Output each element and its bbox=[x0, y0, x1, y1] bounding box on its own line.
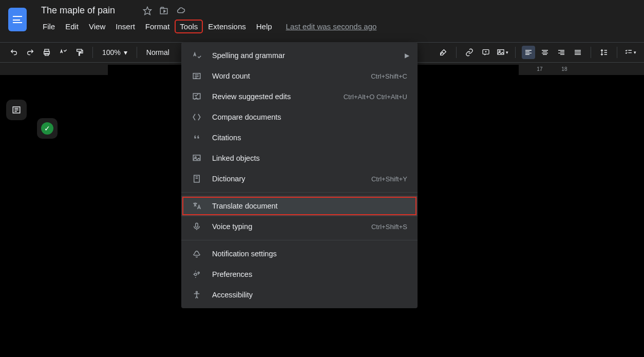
zoom-select[interactable]: 100%▾ bbox=[99, 48, 130, 57]
align-left-button[interactable] bbox=[522, 46, 535, 59]
wordcount-icon bbox=[192, 71, 202, 81]
spellcheck-button[interactable] bbox=[56, 46, 70, 59]
cloud-status-icon[interactable] bbox=[176, 6, 186, 15]
document-title-input[interactable] bbox=[38, 3, 141, 18]
review-icon bbox=[192, 91, 202, 102]
star-icon[interactable] bbox=[143, 6, 152, 15]
menu-separator bbox=[181, 240, 418, 240]
menu-preferences[interactable]: Preferences bbox=[181, 264, 418, 285]
menu-separator bbox=[181, 192, 418, 193]
svg-rect-4 bbox=[77, 49, 82, 51]
paint-format-button[interactable] bbox=[73, 46, 86, 59]
translate-icon bbox=[192, 201, 202, 211]
compare-icon bbox=[192, 112, 202, 122]
align-center-button[interactable] bbox=[538, 46, 552, 59]
menu-translate-document[interactable]: Translate document bbox=[181, 196, 418, 216]
svg-point-16 bbox=[198, 272, 199, 274]
submenu-arrow-icon: ▶ bbox=[405, 52, 409, 59]
undo-button[interactable] bbox=[7, 46, 21, 59]
svg-rect-14 bbox=[196, 223, 198, 227]
style-select[interactable]: Normal bbox=[143, 48, 173, 57]
menu-extensions[interactable]: Extensions bbox=[203, 20, 250, 33]
menu-compare-documents[interactable]: Compare documents bbox=[181, 107, 418, 127]
linked-icon bbox=[192, 153, 202, 163]
dictionary-icon bbox=[192, 174, 202, 184]
menu-view[interactable]: View bbox=[84, 20, 110, 33]
insert-link-button[interactable] bbox=[463, 46, 476, 59]
line-spacing-button[interactable] bbox=[597, 46, 611, 59]
bell-icon bbox=[192, 249, 202, 259]
menu-file[interactable]: File bbox=[38, 20, 60, 33]
app-header: File Edit View Insert Format Tools Exten… bbox=[0, 0, 644, 42]
gear-icon bbox=[192, 269, 202, 279]
menu-linked-objects[interactable]: Linked objects bbox=[181, 148, 418, 168]
insert-comment-button[interactable] bbox=[479, 46, 493, 59]
menu-format[interactable]: Format bbox=[141, 20, 175, 33]
menu-help[interactable]: Help bbox=[252, 20, 277, 33]
svg-point-17 bbox=[196, 291, 198, 293]
align-justify-button[interactable] bbox=[571, 46, 584, 59]
checklist-button[interactable]: ▾ bbox=[623, 46, 637, 59]
align-right-button[interactable] bbox=[555, 46, 568, 59]
menu-review-suggested[interactable]: Review suggested edits Ctrl+Alt+O Ctrl+A… bbox=[181, 86, 418, 107]
docs-logo-icon[interactable] bbox=[8, 8, 27, 31]
menu-accessibility[interactable]: Accessibility bbox=[181, 285, 418, 305]
menu-citations[interactable]: Citations bbox=[181, 127, 418, 148]
last-edit-link[interactable]: Last edit was seconds ago bbox=[286, 22, 377, 31]
menu-edit[interactable]: Edit bbox=[61, 20, 83, 33]
chevron-down-icon: ▾ bbox=[124, 48, 127, 57]
move-icon[interactable] bbox=[159, 6, 168, 15]
highlight-color-button[interactable] bbox=[437, 46, 450, 59]
check-circle-icon: ✓ bbox=[41, 122, 53, 135]
status-check-badge[interactable]: ✓ bbox=[37, 118, 58, 139]
menu-dictionary[interactable]: Dictionary Ctrl+Shift+Y bbox=[181, 168, 418, 189]
accessibility-icon bbox=[192, 290, 202, 300]
svg-point-15 bbox=[195, 273, 197, 276]
menu-tools[interactable]: Tools bbox=[175, 20, 202, 33]
print-button[interactable] bbox=[40, 46, 53, 59]
menu-voice-typing[interactable]: Voice typing Ctrl+Shift+S bbox=[181, 216, 418, 237]
tools-dropdown: Spelling and grammar ▶ Word count Ctrl+S… bbox=[181, 42, 418, 308]
spellcheck-icon bbox=[192, 50, 202, 61]
citations-icon bbox=[192, 133, 202, 143]
outline-toggle-button[interactable] bbox=[6, 100, 27, 120]
insert-image-button[interactable]: ▾ bbox=[496, 46, 509, 59]
redo-button[interactable] bbox=[24, 46, 37, 59]
menu-notification-settings[interactable]: Notification settings bbox=[181, 243, 418, 264]
menu-spelling-grammar[interactable]: Spelling and grammar ▶ bbox=[181, 45, 418, 66]
microphone-icon bbox=[192, 221, 202, 232]
menu-insert[interactable]: Insert bbox=[111, 20, 140, 33]
menu-word-count[interactable]: Word count Ctrl+Shift+C bbox=[181, 66, 418, 86]
svg-marker-0 bbox=[144, 7, 151, 14]
